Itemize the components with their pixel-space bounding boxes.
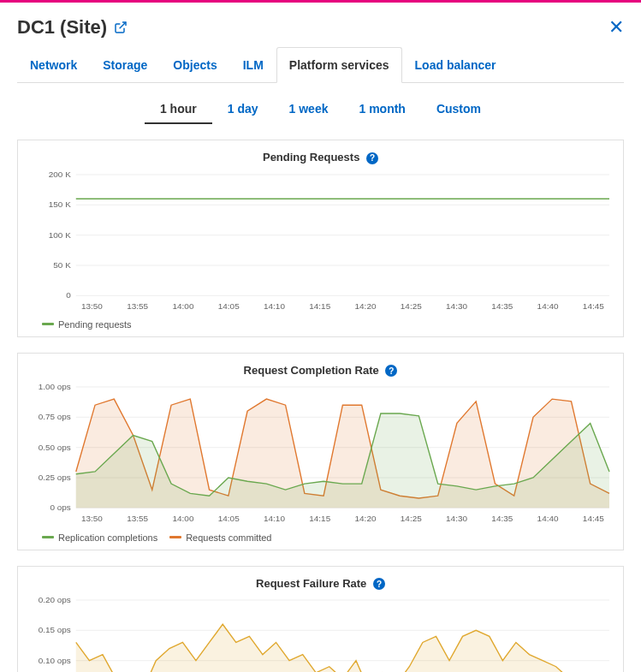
legend-item: Replication completions — [42, 532, 157, 543]
legend: Replication completionsRequests committe… — [42, 532, 614, 543]
svg-text:13:55: 13:55 — [127, 514, 148, 524]
svg-text:14:10: 14:10 — [264, 301, 285, 311]
svg-text:0.50 ops: 0.50 ops — [39, 443, 71, 452]
legend-label: Pending requests — [58, 319, 132, 330]
svg-text:0.20 ops: 0.20 ops — [39, 595, 71, 604]
tab-load-balancer[interactable]: Load balancer — [402, 47, 509, 83]
tab-objects[interactable]: Objects — [160, 47, 229, 83]
svg-text:14:00: 14:00 — [173, 301, 194, 311]
timerange-bar: 1 hour1 day1 week1 monthCustom — [17, 95, 624, 124]
svg-text:14:30: 14:30 — [446, 301, 467, 311]
svg-text:14:00: 14:00 — [173, 514, 194, 524]
svg-text:13:50: 13:50 — [81, 514, 103, 524]
timerange-1-day[interactable]: 1 day — [212, 95, 274, 124]
svg-text:14:15: 14:15 — [309, 301, 330, 311]
svg-text:0 ops: 0 ops — [50, 503, 70, 513]
svg-text:14:30: 14:30 — [446, 514, 467, 524]
chart-title: Pending Requests ? — [27, 151, 614, 164]
chart-svg: 0 ops0.25 ops0.50 ops0.75 ops1.00 ops13:… — [27, 382, 614, 526]
svg-text:13:55: 13:55 — [127, 301, 148, 311]
svg-text:14:20: 14:20 — [355, 301, 377, 311]
svg-text:13:50: 13:50 — [81, 301, 103, 311]
svg-text:14:25: 14:25 — [401, 514, 422, 524]
svg-text:14:10: 14:10 — [264, 514, 285, 524]
chart-pending-requests: Pending Requests ? 050 K100 K150 K200 K1… — [17, 140, 624, 337]
plot-area: 050 K100 K150 K200 K13:5013:5514:0014:05… — [27, 169, 614, 314]
legend-swatch — [42, 323, 54, 325]
help-icon[interactable]: ? — [366, 152, 378, 164]
svg-text:0.15 ops: 0.15 ops — [39, 625, 71, 634]
chart-title: Request Failure Rate ? — [27, 577, 614, 591]
tab-platform-services[interactable]: Platform services — [276, 47, 402, 83]
tab-bar: NetworkStorageObjectsILMPlatform service… — [17, 47, 624, 83]
chart-completion-rate: Request Completion Rate ? 0 ops0.25 ops0… — [17, 353, 624, 550]
svg-text:0: 0 — [66, 290, 71, 300]
svg-text:14:20: 14:20 — [355, 514, 377, 524]
panel-header: DC1 (Site) ✕ — [17, 16, 624, 39]
external-link-icon[interactable] — [114, 21, 128, 34]
svg-text:1.00 ops: 1.00 ops — [39, 382, 71, 391]
plot-area: 0 ops0.25 ops0.50 ops0.75 ops1.00 ops13:… — [27, 382, 614, 526]
svg-text:14:15: 14:15 — [309, 514, 330, 524]
svg-text:14:40: 14:40 — [537, 514, 559, 524]
legend-label: Replication completions — [58, 532, 157, 543]
timerange-1-hour[interactable]: 1 hour — [145, 95, 212, 124]
chart-title-text: Request Completion Rate — [244, 364, 379, 377]
tab-storage[interactable]: Storage — [90, 47, 160, 83]
svg-line-0 — [120, 22, 126, 28]
help-icon[interactable]: ? — [385, 365, 397, 377]
svg-text:14:25: 14:25 — [401, 301, 422, 311]
svg-text:14:35: 14:35 — [491, 301, 513, 311]
detail-panel: DC1 (Site) ✕ NetworkStorageObjectsILMPla… — [0, 3, 641, 672]
svg-text:14:45: 14:45 — [583, 514, 604, 524]
svg-text:0.10 ops: 0.10 ops — [39, 656, 71, 665]
chart-failure-rate: Request Failure Rate ? 0 ops0.05 ops0.10… — [17, 566, 624, 672]
svg-text:50 K: 50 K — [53, 260, 71, 270]
timerange-1-week[interactable]: 1 week — [274, 95, 344, 124]
svg-text:100 K: 100 K — [49, 229, 71, 239]
chart-svg: 050 K100 K150 K200 K13:5013:5514:0014:05… — [27, 169, 614, 314]
timerange-custom[interactable]: Custom — [421, 95, 496, 124]
legend-item: Requests committed — [169, 532, 271, 543]
legend-swatch — [42, 536, 54, 538]
close-icon[interactable]: ✕ — [608, 16, 624, 39]
page-title: DC1 (Site) — [17, 16, 107, 39]
help-icon[interactable]: ? — [373, 578, 385, 590]
tab-ilm[interactable]: ILM — [230, 47, 276, 83]
chart-title-text: Pending Requests — [263, 151, 359, 164]
legend: Pending requests — [42, 319, 614, 330]
svg-text:14:05: 14:05 — [218, 514, 240, 524]
svg-text:14:05: 14:05 — [218, 301, 240, 311]
svg-text:200 K: 200 K — [49, 169, 71, 179]
tab-network[interactable]: Network — [17, 47, 90, 83]
legend-item: Pending requests — [42, 319, 132, 330]
legend-label: Requests committed — [186, 532, 271, 543]
legend-swatch — [169, 536, 181, 538]
svg-text:0.25 ops: 0.25 ops — [39, 473, 71, 482]
svg-text:0.75 ops: 0.75 ops — [39, 413, 71, 422]
svg-text:14:45: 14:45 — [583, 301, 604, 311]
svg-text:150 K: 150 K — [49, 199, 71, 209]
chart-title-text: Request Failure Rate — [256, 577, 366, 590]
svg-text:14:35: 14:35 — [491, 514, 513, 524]
chart-title: Request Completion Rate ? — [27, 364, 614, 378]
svg-text:14:40: 14:40 — [537, 301, 559, 311]
plot-area: 0 ops0.05 ops0.10 ops0.15 ops0.20 ops13:… — [27, 595, 614, 672]
timerange-1-month[interactable]: 1 month — [343, 95, 420, 124]
chart-svg: 0 ops0.05 ops0.10 ops0.15 ops0.20 ops13:… — [27, 595, 614, 672]
